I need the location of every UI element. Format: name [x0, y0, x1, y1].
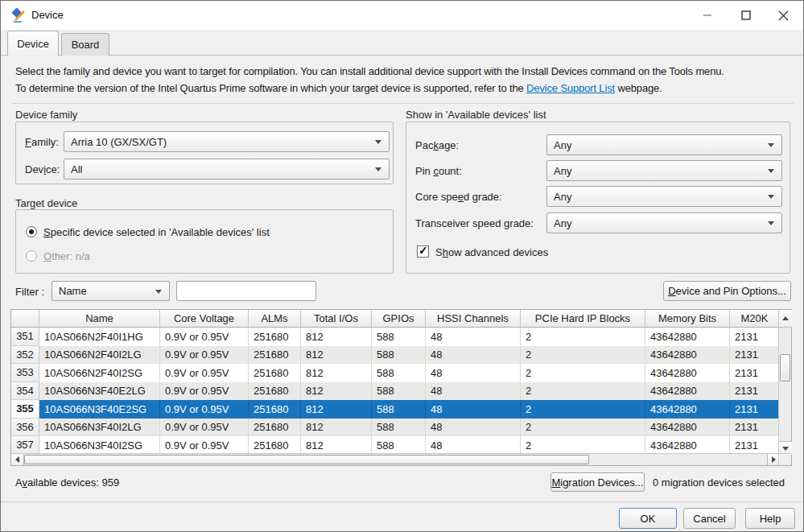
horizontal-scrollbar[interactable]	[11, 453, 780, 465]
show-list-title: Show in 'Available devices' list	[406, 109, 546, 121]
chevron-down-icon	[375, 167, 381, 171]
specific-device-label: Specific device selected in 'Available d…	[43, 226, 270, 238]
description-line2: To determine the version of the Intel Qu…	[15, 80, 790, 97]
target-device-group	[15, 209, 394, 274]
family-select[interactable]: Arria 10 (GX/SX/GT)	[64, 131, 390, 152]
filter-input[interactable]	[176, 281, 316, 301]
column-header-total-ios[interactable]: Total I/Os	[301, 310, 372, 328]
migration-status: 0 migration devices selected	[653, 476, 785, 489]
package-label: Package:	[415, 139, 459, 151]
migration-devices-button[interactable]: Migration Devices...	[550, 472, 645, 492]
device-select[interactable]: All	[64, 159, 390, 179]
available-devices-table: Name Core Voltage ALMs Total I/Os GPIOs …	[10, 309, 792, 466]
window-title: Device	[31, 9, 64, 21]
column-header-core-voltage[interactable]: Core Voltage	[160, 310, 249, 328]
other-device-label: Other: n/a	[43, 250, 90, 262]
close-icon[interactable]	[765, 1, 802, 30]
column-header-name[interactable]: Name	[39, 310, 160, 328]
vertical-scrollbar[interactable]	[778, 310, 791, 455]
device-support-list-link[interactable]: Device Support List	[526, 82, 615, 94]
description: Select the family and device you want to…	[15, 63, 790, 97]
scroll-up-icon[interactable]	[779, 310, 792, 328]
column-header-gpios[interactable]: GPIOs	[372, 310, 426, 328]
column-header-hssi-channels[interactable]: HSSI Channels	[426, 310, 521, 328]
maximize-icon[interactable]	[728, 1, 765, 30]
show-advanced-devices-checkbox[interactable]: ✓	[417, 245, 429, 258]
checkmark-icon: ✓	[418, 244, 428, 257]
specific-device-radio[interactable]	[26, 226, 37, 237]
quartus-logo-icon	[11, 7, 27, 23]
target-device-title: Target device	[15, 197, 77, 209]
table-row[interactable]: 356 10AS066N3F40I2LG 0.9V or 0.95V 25168…	[11, 419, 780, 437]
description-separator	[12, 103, 794, 104]
chevron-down-icon	[768, 143, 774, 147]
chevron-down-icon	[768, 169, 774, 173]
table-row[interactable]: 353 10AS066N2F40I2SG 0.9V or 0.95V 25168…	[11, 364, 780, 382]
chevron-down-icon	[768, 221, 774, 225]
column-header-alms[interactable]: ALMs	[249, 310, 301, 328]
titlebar: Device	[1, 1, 803, 30]
ok-button[interactable]: OK	[619, 508, 677, 529]
help-button[interactable]: Help	[745, 508, 795, 529]
column-header-rownum[interactable]	[11, 310, 39, 328]
column-header-pcie-hard-ip[interactable]: PCIe Hard IP Blocks	[521, 310, 645, 328]
tab-bar: Device Board	[1, 30, 803, 56]
column-header-memory-bits[interactable]: Memory Bits	[645, 310, 730, 328]
scrollbar-corner	[778, 453, 791, 465]
table-row[interactable]: 357 10AS066N3F40I2SG 0.9V or 0.95V 25168…	[11, 436, 780, 455]
chevron-down-icon	[768, 195, 774, 199]
table-row[interactable]: 352 10AS066N2F40I2LG 0.9V or 0.95V 25168…	[11, 346, 780, 365]
transceiver-speed-grade-select[interactable]: Any	[546, 212, 782, 233]
tab-device[interactable]: Device	[7, 31, 59, 56]
filter-type-select[interactable]: Name	[52, 281, 170, 301]
horizontal-scroll-thumb[interactable]	[24, 455, 589, 464]
other-device-radio[interactable]	[26, 250, 37, 262]
scroll-left-icon[interactable]	[11, 454, 24, 465]
minimize-icon[interactable]	[689, 1, 726, 30]
column-header-m20k[interactable]: M20K	[730, 310, 780, 328]
device-label: Device:	[25, 163, 60, 175]
vertical-scroll-thumb[interactable]	[780, 354, 790, 381]
cancel-button[interactable]: Cancel	[683, 508, 736, 529]
show-advanced-devices-label: Show advanced devices	[435, 246, 548, 258]
chevron-down-icon	[155, 290, 162, 294]
device-and-pin-options-button[interactable]: Device and Pin Options...	[663, 281, 791, 301]
core-speed-grade-label: Core speed grade:	[415, 191, 502, 203]
family-label: Family:	[25, 136, 59, 148]
core-speed-grade-select[interactable]: Any	[546, 186, 782, 207]
description-line1: Select the family and device you want to…	[15, 63, 790, 80]
transceiver-speed-grade-label: Transceiver speed grade:	[415, 217, 534, 229]
table-row[interactable]: 351 10AS066N2F40I1HG 0.9V or 0.95V 25168…	[11, 328, 780, 346]
pin-count-label: Pin count:	[415, 165, 462, 177]
button-row-separator	[1, 501, 803, 502]
package-select[interactable]: Any	[546, 134, 782, 155]
table-row[interactable]: 354 10AS066N3F40E2LG 0.9V or 0.95V 25168…	[11, 382, 780, 401]
chevron-down-icon	[375, 140, 381, 144]
device-dialog: Device Device Board Select the family an…	[0, 0, 804, 532]
filter-label: Filter :	[15, 286, 44, 298]
tab-board[interactable]: Board	[61, 33, 109, 56]
pin-count-select[interactable]: Any	[546, 160, 782, 181]
device-family-title: Device family	[15, 109, 77, 121]
available-devices-count: Available devices: 959	[15, 476, 119, 489]
table-header: Name Core Voltage ALMs Total I/Os GPIOs …	[11, 310, 780, 328]
table-row-selected[interactable]: 355 10AS066N3F40E2SG 0.9V or 0.95V 25168…	[11, 400, 780, 419]
